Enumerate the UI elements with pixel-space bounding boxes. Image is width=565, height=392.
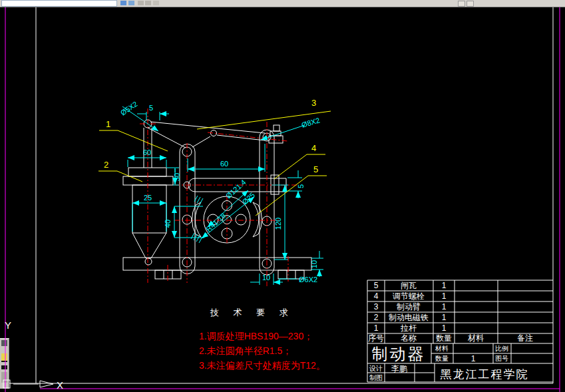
material-label: 材料 xyxy=(435,345,449,352)
tech-req-line: 2.未注圆角半径R1.5； xyxy=(199,345,291,356)
balloon-callouts: 1 2 3 4 5 xyxy=(98,98,331,216)
cad-window: 5 Ø5X2 60 30 25 60 40 xyxy=(0,0,565,392)
dim-top-pin-width: 5 xyxy=(149,104,153,112)
draw-label: 制图 xyxy=(369,374,383,381)
part-qty: 1 xyxy=(442,323,447,333)
technical-requirements: 技 术 要 求 1.调质处理HBS190—230； 2.未注圆角半径R1.5； … xyxy=(199,307,325,371)
qty-value: 1 xyxy=(471,354,476,363)
balloon-1: 1 xyxy=(106,119,110,129)
drawing-frame xyxy=(9,7,553,383)
dim-plate-thickness: 30 xyxy=(173,173,181,181)
part-name: 调节螺栓 xyxy=(392,292,425,301)
dim-shoe-height: 40 xyxy=(164,220,172,228)
part-name: 拉杆 xyxy=(400,323,417,333)
ucs-x-label: X xyxy=(57,379,63,391)
header-qty: 数量 xyxy=(436,333,452,343)
balloon-3: 3 xyxy=(311,98,316,108)
part-seq: 3 xyxy=(374,302,379,311)
dim-arm-span: 60 xyxy=(220,160,228,168)
header-note: 备注 xyxy=(517,333,533,343)
design-label: 设计 xyxy=(369,365,383,372)
dim-base-height: 10 xyxy=(310,260,318,268)
part-name: 制动臂 xyxy=(397,302,421,311)
model-space-canvas[interactable]: 5 Ø5X2 60 30 25 60 40 xyxy=(0,0,565,392)
designer-name: 李鹏 xyxy=(391,364,407,373)
part-name: 制动电磁铁 xyxy=(389,313,429,322)
header-name: 名称 xyxy=(401,333,417,343)
dim-pin-top-left: Ø5X2 xyxy=(119,100,139,117)
balloon-2: 2 xyxy=(104,160,108,170)
part-qty: 1 xyxy=(442,292,447,301)
drawing-no-label: 图号 xyxy=(495,355,508,362)
parts-header: 序号 名称 数量 材料 备注 xyxy=(368,333,533,343)
dim-body-width: 25 xyxy=(144,194,152,202)
dim-foot-holes: Ø6X2 xyxy=(299,276,317,284)
part-seq: 5 xyxy=(374,281,379,290)
ucs-y-label: Y xyxy=(5,319,11,331)
tech-req-line: 1.调质处理HBS190—230； xyxy=(199,331,313,341)
header-material: 材料 xyxy=(467,333,484,343)
part-name: 闸瓦 xyxy=(401,281,417,290)
dim-foot-width: 10 xyxy=(262,274,270,282)
dim-arm-height: 120 xyxy=(274,218,282,230)
part-qty: 1 xyxy=(442,302,447,311)
part-seq: 4 xyxy=(374,292,379,301)
signature-area: 设计 李鹏 制图 黑龙江工程学院 xyxy=(369,364,529,381)
balloon-5: 5 xyxy=(313,164,318,174)
part-qty: 1 xyxy=(442,281,447,290)
scale-label: 比例 xyxy=(495,345,508,352)
dim-pin-top-right: Ø8X2 xyxy=(301,116,321,129)
qty-label: 数量 xyxy=(435,355,449,362)
dim-rod-thickness: 5 xyxy=(297,184,305,188)
part-qty: 1 xyxy=(442,313,447,322)
balloon-4: 4 xyxy=(311,143,316,153)
tech-req-line: 3.未注偏差尺寸处精度为T12。 xyxy=(199,360,325,371)
dim-flange-width: 60 xyxy=(143,148,151,156)
title-block: 5 闸瓦 1 4 调节螺栓 1 3 制动臂 1 2 制动电磁铁 1 1 拉杆 1… xyxy=(367,280,553,382)
school-name: 黑龙江工程学院 xyxy=(441,368,529,381)
part-seq: 1 xyxy=(374,323,379,333)
drawing-title: 制动器 xyxy=(372,345,426,363)
header-seq: 序号 xyxy=(368,333,384,343)
title-fields: 材料 比例 数量 1 图号 xyxy=(435,345,508,363)
tech-req-title: 技 术 要 求 xyxy=(210,307,294,317)
ucs-icon: Y X xyxy=(3,319,63,391)
part-seq: 2 xyxy=(374,313,379,322)
